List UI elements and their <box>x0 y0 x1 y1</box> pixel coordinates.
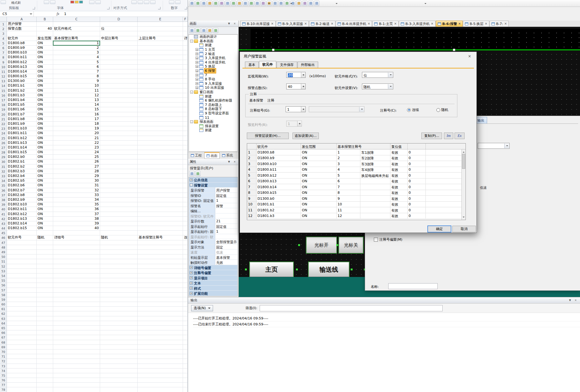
close-tab-icon[interactable] <box>504 22 507 25</box>
cell[interactable] <box>100 117 138 122</box>
tree-item[interactable]: 8 手动 <box>189 77 237 82</box>
cell[interactable]: 软元件 <box>7 36 37 41</box>
row-header[interactable]: 69 <box>0 345 7 349</box>
device-cell[interactable]: D1800.b14 <box>257 184 301 190</box>
circle-icon[interactable] <box>219 1 224 6</box>
cell[interactable] <box>53 321 100 326</box>
property-value[interactable]: 用户报警 <box>215 188 237 193</box>
cell[interactable] <box>100 141 138 145</box>
cell[interactable] <box>7 373 37 378</box>
cell[interactable] <box>183 354 188 359</box>
cell[interactable] <box>183 31 188 36</box>
cell[interactable] <box>183 245 188 250</box>
tree-item[interactable]: 9 入库层接 <box>189 82 237 86</box>
fill-color-icon[interactable] <box>95 0 101 4</box>
tree-item[interactable]: 6 捆扎机操作标题 <box>189 98 237 103</box>
cancel-button[interactable]: 取消 <box>452 226 476 232</box>
table-header[interactable]: 基本报警注释号 <box>337 143 360 149</box>
column-header[interactable]: F <box>183 17 188 22</box>
cell[interactable] <box>100 145 138 150</box>
cell[interactable] <box>100 122 138 126</box>
close-tab-icon[interactable] <box>394 22 397 25</box>
cell[interactable] <box>37 288 53 293</box>
cell[interactable] <box>7 345 37 349</box>
table-header[interactable] <box>360 143 390 149</box>
cell[interactable] <box>37 254 53 259</box>
close-tab-icon[interactable] <box>304 22 307 25</box>
hmi-indicator-bar[interactable] <box>251 29 580 50</box>
alarm-table-row[interactable]: 12 D1801.b3 ON 12 有效 0 <box>247 213 466 219</box>
cell[interactable] <box>183 41 188 46</box>
close-tab-icon[interactable] <box>271 22 273 25</box>
cell[interactable] <box>100 103 138 107</box>
property-row[interactable]: 显示起始行 固定值 <box>189 224 237 229</box>
cell[interactable]: ON <box>37 169 53 174</box>
reset-value-cell[interactable]: 0 <box>408 178 426 184</box>
cell[interactable] <box>37 250 53 254</box>
cell[interactable] <box>183 293 188 297</box>
property-value[interactable]: 全部报警显示 <box>215 239 237 244</box>
cell[interactable]: D1800.b14 <box>7 69 37 74</box>
cell[interactable]: D1801.b14 <box>7 145 37 150</box>
cell[interactable] <box>183 316 188 321</box>
bold-icon[interactable] <box>44 0 49 4</box>
range-cell[interactable]: ON <box>301 167 337 173</box>
cell[interactable] <box>183 79 188 83</box>
reset-value-cell[interactable]: 0 <box>408 155 426 161</box>
open-screen-icon[interactable] <box>195 28 201 33</box>
cell[interactable] <box>138 122 183 126</box>
cell[interactable] <box>138 383 183 387</box>
device-cell[interactable]: D1300.b0 <box>257 196 301 201</box>
cell[interactable] <box>183 145 188 150</box>
reset-cell[interactable]: 有效 <box>390 190 408 196</box>
screen-preview-icon[interactable] <box>213 28 218 33</box>
property-value[interactable]: 基本报警 <box>215 255 237 260</box>
cell[interactable] <box>138 169 183 174</box>
category-view-icon[interactable] <box>189 171 195 176</box>
cell[interactable] <box>53 254 100 259</box>
selection-handle[interactable] <box>245 269 247 270</box>
document-tab[interactable]: B-10:出库层接 <box>240 21 276 27</box>
cell[interactable]: 33 <box>53 193 100 198</box>
cell[interactable]: D1801.b5 <box>7 103 37 107</box>
recipe-icon[interactable] <box>302 1 308 6</box>
cell[interactable] <box>138 202 183 207</box>
clipboard-dialog-launcher-icon[interactable] <box>33 7 35 9</box>
cell[interactable] <box>138 364 183 369</box>
cell[interactable]: D1802.b12 <box>7 212 37 217</box>
reset-value-cell[interactable]: 0 <box>408 167 426 173</box>
cell[interactable] <box>100 221 138 226</box>
cell[interactable]: D1801.b3 <box>7 93 37 98</box>
tree-item[interactable]: 7 <box>189 73 237 77</box>
cell[interactable]: D1801.b1 <box>7 83 37 88</box>
cell[interactable] <box>183 178 188 183</box>
spinner-arrows-icon[interactable] <box>301 72 305 78</box>
cell[interactable]: 用户报警 <box>7 22 37 27</box>
cell[interactable]: D1802.b6 <box>7 183 37 188</box>
reset-cell[interactable]: 有效 <box>390 184 408 190</box>
cell[interactable] <box>100 345 138 349</box>
cell[interactable]: 32 <box>53 188 100 193</box>
property-value[interactable]: 21 <box>215 219 237 224</box>
cell[interactable]: D1802.b3 <box>7 169 37 174</box>
cell[interactable] <box>37 283 53 288</box>
cell[interactable] <box>37 335 53 340</box>
comment-no-cell[interactable]: 7 <box>337 184 360 190</box>
tree-expander-icon[interactable] <box>196 82 198 85</box>
close-tab-icon[interactable] <box>485 22 487 25</box>
reset-cell[interactable]: 有效 <box>390 173 408 178</box>
cell[interactable] <box>183 202 188 207</box>
table-header[interactable] <box>247 143 257 149</box>
property-row[interactable]: 报警名 报警 <box>189 203 237 209</box>
dialog-tab[interactable]: 基本 <box>245 62 259 68</box>
tree-item[interactable]: 4 出库提升机 <box>189 60 237 65</box>
cell[interactable] <box>183 259 188 264</box>
cell[interactable]: ON <box>37 202 53 207</box>
property-row[interactable]: 详细号偏置 <box>189 265 237 270</box>
alarm-table-row[interactable]: 6 D1800.b13 ON 6 有效 0 <box>247 178 466 184</box>
alarm-table-row[interactable]: 10 D1801.b1 ON 10 有效 0 <box>247 202 466 208</box>
cell[interactable] <box>138 55 183 60</box>
radio-icon[interactable] <box>436 108 440 112</box>
cell[interactable] <box>183 326 188 330</box>
cell[interactable] <box>37 231 53 235</box>
